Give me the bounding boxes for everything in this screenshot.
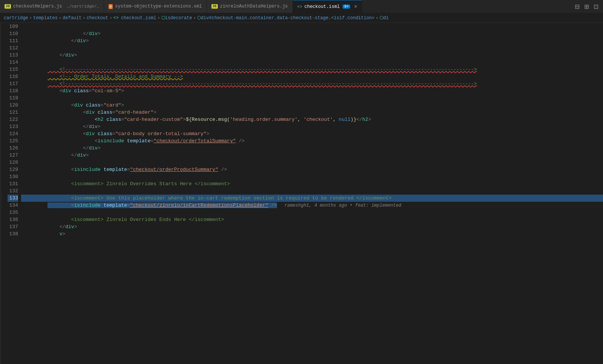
unsaved-badge: 9+ — [343, 5, 350, 9]
code-line-138 — [21, 230, 603, 238]
code-line-113 — [21, 52, 603, 59]
tab-checkouthelpers[interactable]: JS checkoutHelpers.js …/cartridge/… — [0, 0, 104, 13]
tab-zinreloauth[interactable]: JS zinreloAuthDataHelpers.js — [207, 0, 293, 13]
breadcrumb-box-icon3: ⬡ — [380, 15, 383, 21]
code-line-137: v> — [21, 223, 603, 230]
code-container[interactable]: 109 110 111 112 113 114 115 116 117 118 … — [2, 23, 603, 364]
tab-label: zinreloAuthDataHelpers.js — [220, 4, 288, 9]
tab-label: system-objecttype-extensions.xml — [115, 4, 202, 9]
breadcrumb-default[interactable]: default — [63, 15, 81, 21]
breadcrumb-box-icon2: ⬡ — [197, 15, 201, 21]
breadcrumb-checkout[interactable]: checkout — [87, 15, 109, 21]
tab-sublabel: …/cartridge/… — [64, 4, 99, 9]
breadcrumb-checkout-isml[interactable]: checkout.isml — [121, 15, 156, 21]
breadcrumb-di[interactable]: di — [383, 15, 389, 21]
code-line-126: </div> — [21, 145, 603, 152]
breadcrumb: cartridge › templates › default › checko… — [0, 13, 603, 23]
layout-button[interactable]: ⊞ — [583, 2, 591, 11]
tab-actions: ⊟ ⊞ ⊡ — [573, 2, 603, 11]
breadcrumb-box-icon1: ⬡ — [161, 15, 165, 21]
code-line-128: <isinclude template="checkout/orderProdu… — [21, 159, 603, 166]
code-line-123: <div class="card-body order-total-summar… — [21, 123, 603, 130]
tab-system-objecttype[interactable]: ⚙ system-objecttype-extensions.xml — [104, 0, 207, 13]
git-blame-133: rameshgh1, 4 months ago • feat: implemen… — [285, 203, 401, 208]
js-icon: JS — [5, 4, 11, 9]
breadcrumb-isdecorate[interactable]: isdecorate — [165, 15, 192, 21]
editor-area: 109 110 111 112 113 114 115 116 117 118 … — [0, 23, 603, 364]
code-line-119: <div class="card"> — [21, 94, 603, 102]
split-editor-button[interactable]: ⊟ — [573, 2, 581, 11]
breadcrumb-templates[interactable]: templates — [33, 15, 58, 21]
code-line-135: <iscomment> Zinrelo Overrides Ends Here … — [21, 209, 603, 216]
tab-checkout-isml[interactable]: <> checkout.isml 9+ × — [293, 0, 362, 13]
more-button[interactable]: ⊡ — [592, 2, 600, 11]
tab-label: checkout.isml — [305, 4, 340, 9]
code-line-111 — [21, 37, 603, 44]
line-numbers: 109 110 111 112 113 114 115 116 117 118 … — [2, 23, 21, 364]
code-line-110: </div> — [21, 30, 603, 37]
isml-icon: <> — [297, 5, 302, 9]
js-icon: JS — [211, 4, 218, 9]
code-line-114: <!--------------------------------------… — [21, 59, 603, 66]
code-line-127 — [21, 152, 603, 159]
tab-close-button[interactable]: × — [354, 4, 357, 10]
code-line-109: </div> — [21, 23, 603, 30]
code-line-130: <iscomment> Zinrelo Overrides Starts Her… — [21, 173, 603, 180]
code-editor[interactable]: </div> </div> </div> <!-----------------… — [21, 23, 603, 364]
xml-icon: ⚙ — [109, 4, 113, 9]
code-line-132: <iscomment> Use this placeholder where t… — [21, 187, 603, 195]
tab-label: checkoutHelpers.js — [13, 4, 62, 9]
tab-bar: JS checkoutHelpers.js …/cartridge/… ⚙ sy… — [0, 0, 603, 13]
breadcrumb-cartridge[interactable]: cartridge — [4, 15, 28, 21]
code-line-112: </div> — [21, 44, 603, 52]
breadcrumb-div-checkout-main[interactable]: div#checkout-main.container.data-checkou… — [201, 15, 375, 21]
breadcrumb-isml-icon: <> — [113, 15, 118, 21]
